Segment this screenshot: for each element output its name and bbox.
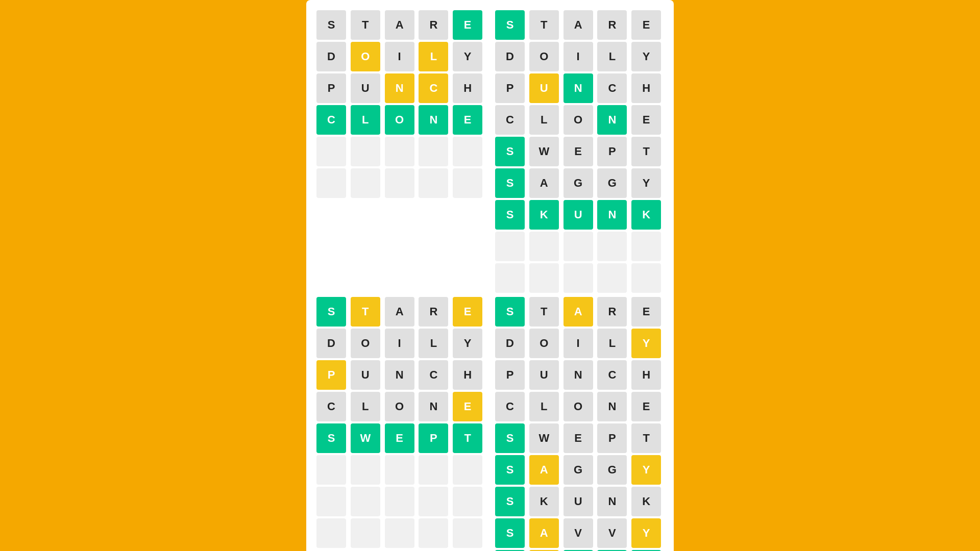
cell: Y: [631, 42, 661, 71]
cell: C: [419, 73, 448, 103]
cell: O: [385, 392, 414, 421]
cell: G: [597, 455, 627, 485]
cell: O: [564, 392, 593, 421]
cell: U: [564, 487, 593, 516]
cell: P: [597, 137, 627, 166]
cell: P: [419, 423, 448, 453]
cell: [529, 232, 559, 261]
cell: E: [453, 297, 482, 327]
cell: H: [631, 360, 661, 390]
cell: E: [453, 10, 482, 40]
cell: [453, 168, 482, 198]
cell: [385, 137, 414, 166]
cell: T: [529, 10, 559, 40]
cell: A: [385, 10, 414, 40]
cell: A: [564, 10, 593, 40]
cell: P: [316, 73, 346, 103]
cell: [564, 232, 593, 261]
cell: H: [631, 73, 661, 103]
cell: Y: [453, 42, 482, 71]
cell: D: [495, 42, 525, 71]
bottom-left-grid: STAREDOILYPUNCHCLONESWEPT: [316, 297, 485, 551]
cell: P: [495, 73, 525, 103]
bottom-right-grid: STAREDOILYPUNCHCLONESWEPTSAGGYSKUNKSAVVY…: [495, 297, 664, 551]
cell: A: [529, 168, 559, 198]
cell: [316, 137, 346, 166]
cell: V: [597, 518, 627, 548]
cell: [453, 455, 482, 485]
cell: [351, 168, 380, 198]
cell: C: [597, 73, 627, 103]
cell: [529, 263, 559, 293]
cell: [316, 455, 346, 485]
cell: S: [495, 297, 525, 327]
cell: S: [316, 423, 346, 453]
cell: D: [316, 329, 346, 358]
cell: N: [564, 73, 593, 103]
cell: [597, 263, 627, 293]
cell: [453, 137, 482, 166]
cell: S: [495, 200, 525, 230]
cell: H: [453, 73, 482, 103]
cell: [453, 518, 482, 548]
cell: N: [564, 360, 593, 390]
cell: T: [351, 10, 380, 40]
cell: G: [597, 168, 627, 198]
cell: U: [529, 73, 559, 103]
cell: W: [529, 423, 559, 453]
cell: O: [529, 42, 559, 71]
cell: E: [564, 423, 593, 453]
cell: [351, 518, 380, 548]
cell: K: [631, 487, 661, 516]
cell: O: [351, 42, 380, 71]
cell: [385, 487, 414, 516]
cell: [564, 263, 593, 293]
cell: S: [316, 297, 346, 327]
cell: [631, 263, 661, 293]
cell: P: [495, 360, 525, 390]
cell: G: [564, 168, 593, 198]
cell: D: [495, 329, 525, 358]
cell: [495, 232, 525, 261]
cell: W: [529, 137, 559, 166]
cell: U: [351, 360, 380, 390]
cell: S: [495, 455, 525, 485]
cell: N: [597, 200, 627, 230]
cell: L: [597, 42, 627, 71]
cell: [453, 487, 482, 516]
cell: C: [597, 360, 627, 390]
cell: L: [419, 42, 448, 71]
cell: I: [564, 42, 593, 71]
cell: I: [385, 42, 414, 71]
cell: A: [529, 455, 559, 485]
top-grids: STAREDOILYPUNCHCLONE STAREDOILYPUNCHCLON…: [316, 10, 664, 293]
cell: E: [631, 297, 661, 327]
cell: E: [631, 392, 661, 421]
cell: N: [597, 392, 627, 421]
cell: G: [564, 455, 593, 485]
cell: T: [351, 297, 380, 327]
cell: K: [529, 200, 559, 230]
cell: [316, 518, 346, 548]
cell: T: [529, 297, 559, 327]
cell: Y: [453, 329, 482, 358]
cell: E: [453, 105, 482, 135]
cell: [419, 168, 448, 198]
cell: S: [495, 10, 525, 40]
game-container: STAREDOILYPUNCHCLONE STAREDOILYPUNCHCLON…: [306, 0, 674, 551]
cell: N: [597, 487, 627, 516]
cell: [316, 168, 346, 198]
cell: E: [564, 137, 593, 166]
cell: O: [385, 105, 414, 135]
cell: C: [419, 360, 448, 390]
cell: R: [597, 10, 627, 40]
cell: L: [597, 329, 627, 358]
cell: A: [529, 518, 559, 548]
cell: R: [419, 297, 448, 327]
cell: A: [385, 297, 414, 327]
cell: [419, 518, 448, 548]
cell: C: [495, 105, 525, 135]
cell: S: [495, 423, 525, 453]
cell: P: [316, 360, 346, 390]
cell: H: [453, 360, 482, 390]
